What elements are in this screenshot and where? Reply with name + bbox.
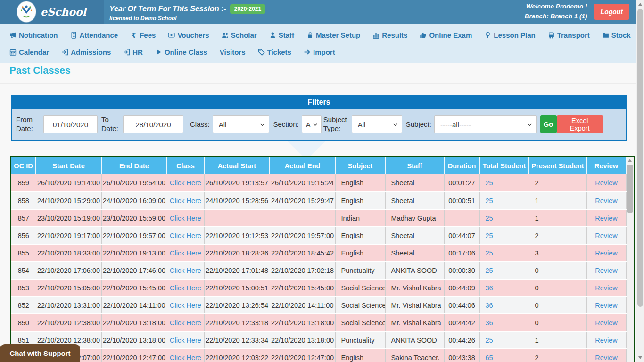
- subject-type-label: Subject Type:: [323, 115, 352, 133]
- nav-item-vouchers[interactable]: Vouchers: [168, 31, 209, 39]
- cell-review-link: Review: [586, 227, 626, 244]
- class-link[interactable]: Click Here: [170, 197, 201, 205]
- total-student-link[interactable]: 36: [486, 284, 493, 292]
- nav-item-master-setup[interactable]: Master Setup: [306, 31, 360, 39]
- class-link[interactable]: Click Here: [170, 267, 201, 274]
- nav-item-online-class[interactable]: Online Class: [155, 48, 207, 56]
- column-header-class: Class: [167, 157, 204, 174]
- total-student-link[interactable]: 36: [486, 319, 493, 327]
- class-link[interactable]: Click Here: [170, 249, 201, 257]
- nav-item-admissions[interactable]: Admissions: [61, 48, 111, 56]
- cell-duration: 00:44:09: [444, 279, 479, 296]
- cell-class-link: Click Here: [167, 279, 204, 296]
- table-scrollbar-thumb[interactable]: [627, 165, 633, 213]
- class-link[interactable]: Click Here: [170, 337, 201, 344]
- nav-item-notification[interactable]: Notification: [9, 31, 58, 39]
- nav-item-staff[interactable]: Staff: [269, 31, 294, 39]
- total-student-link[interactable]: 25: [486, 214, 493, 222]
- cell-class-link: Click Here: [167, 262, 204, 279]
- review-link[interactable]: Review: [595, 179, 618, 187]
- class-link[interactable]: Click Here: [170, 232, 201, 239]
- to-date-input[interactable]: [123, 115, 183, 133]
- cell-staff: Sheetal: [385, 227, 444, 244]
- cell-end-date: 22/10/2020 14:11:00: [101, 296, 167, 314]
- review-link[interactable]: Review: [595, 319, 618, 327]
- nav-item-fees[interactable]: ₹Fees: [130, 31, 156, 39]
- cell-staff: ANKITA SOOD: [385, 262, 444, 279]
- class-link[interactable]: Click Here: [170, 302, 201, 309]
- cell-subject: Indian: [335, 209, 385, 227]
- main-navbar: NotificationAttendance₹FeesVouchersSchol…: [0, 24, 636, 63]
- table-row: 85926/10/2020 19:14:0026/10/2020 19:54:0…: [11, 174, 626, 192]
- review-link[interactable]: Review: [595, 197, 618, 205]
- table-scrollbar[interactable]: [627, 157, 634, 362]
- review-link[interactable]: Review: [595, 232, 618, 239]
- review-link[interactable]: Review: [595, 284, 618, 292]
- subject-type-select-value: All: [358, 121, 366, 129]
- file-icon: [70, 32, 77, 39]
- class-select[interactable]: All: [213, 115, 270, 133]
- review-link[interactable]: Review: [595, 354, 618, 362]
- total-student-link[interactable]: 25: [486, 249, 493, 257]
- class-label: Class:: [190, 120, 210, 129]
- nav-item-hr[interactable]: HR: [123, 48, 143, 56]
- subject-select[interactable]: -----all-----: [434, 115, 537, 133]
- review-link[interactable]: Review: [595, 302, 618, 309]
- page-scrollbar[interactable]: [636, 0, 644, 362]
- class-link[interactable]: Click Here: [170, 284, 201, 292]
- users-icon: [222, 32, 229, 39]
- cell-actual-start: [204, 209, 270, 227]
- nav-item-lesson-plan[interactable]: Lesson Plan: [484, 31, 535, 39]
- review-link[interactable]: Review: [595, 337, 618, 344]
- scroll-down-icon[interactable]: [638, 356, 642, 359]
- nav-item-import[interactable]: Import: [304, 48, 335, 56]
- nav-item-transport[interactable]: Transport: [548, 31, 590, 39]
- session-badge: 2020-2021: [230, 4, 265, 14]
- excel-export-button[interactable]: Excel Export: [557, 115, 603, 133]
- cell-total-student: 25: [479, 192, 529, 209]
- section-select[interactable]: A: [302, 115, 322, 133]
- page-scrollbar-thumb[interactable]: [637, 9, 643, 307]
- nav-item-attendance[interactable]: Attendance: [70, 31, 118, 39]
- nav-item-calendar[interactable]: Calendar: [9, 48, 49, 56]
- nav-item-results[interactable]: Results: [372, 31, 407, 39]
- nav-item-stock[interactable]: Stock: [602, 31, 631, 39]
- total-student-link[interactable]: 65: [486, 354, 493, 362]
- scroll-up-icon[interactable]: [638, 3, 642, 6]
- class-link[interactable]: Click Here: [170, 179, 201, 187]
- total-student-link[interactable]: 25: [486, 267, 493, 274]
- logout-button[interactable]: Logout: [594, 4, 629, 20]
- review-link[interactable]: Review: [595, 214, 618, 222]
- review-link[interactable]: Review: [595, 267, 618, 274]
- total-student-link[interactable]: 25: [486, 337, 493, 344]
- from-date-input[interactable]: [43, 115, 98, 133]
- cell-subject: Social Science: [335, 279, 385, 296]
- cell-actual-start: 22/10/2020 13:26:54: [204, 296, 270, 314]
- total-student-link[interactable]: 25: [486, 232, 493, 239]
- nav-item-label: Vouchers: [177, 31, 209, 39]
- nav-item-label: Master Setup: [316, 31, 360, 39]
- nav-item-visitors[interactable]: Visitors: [220, 48, 246, 56]
- review-link[interactable]: Review: [595, 249, 618, 257]
- total-student-link[interactable]: 36: [486, 302, 493, 309]
- total-student-link[interactable]: 25: [486, 179, 493, 187]
- cell-duration: 00:44:26: [444, 331, 479, 349]
- cell-total-student: 25: [479, 209, 529, 227]
- total-student-link[interactable]: 25: [486, 197, 493, 205]
- go-button[interactable]: Go: [540, 115, 557, 133]
- cell-actual-end: 22/10/2020 14:11:00: [270, 296, 335, 314]
- class-link[interactable]: Click Here: [170, 319, 201, 327]
- subject-type-select[interactable]: All: [352, 115, 402, 133]
- cell-duration: 00:17:06: [444, 244, 479, 262]
- cell-subject: English: [335, 174, 385, 192]
- class-link[interactable]: Click Here: [170, 354, 201, 362]
- chat-with-support-button[interactable]: Chat with Support: [0, 344, 80, 362]
- nav-item-online-exam[interactable]: Online Exam: [420, 31, 472, 39]
- session-block: Year Of Term For This Session :- 2020-20…: [104, 0, 265, 24]
- nav-item-tickets[interactable]: Tickets: [258, 48, 291, 56]
- from-date-label: From Date:: [16, 115, 43, 133]
- nav-item-scholar[interactable]: Scholar: [222, 31, 257, 39]
- class-link[interactable]: Click Here: [170, 214, 201, 222]
- cell-oc-id: 858: [11, 192, 36, 209]
- scroll-up-icon[interactable]: [628, 159, 632, 162]
